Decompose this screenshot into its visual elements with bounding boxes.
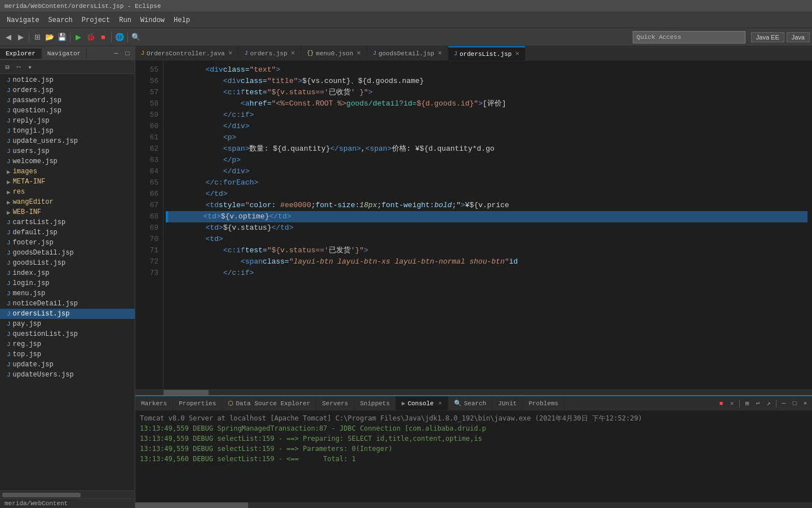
- tree-item-top[interactable]: Jtop.jsp: [0, 349, 135, 360]
- tree-item-question-list[interactable]: JquestionList.jsp: [0, 329, 135, 339]
- panel-maximize-btn[interactable]: □: [122, 49, 133, 59]
- console-scroll-lock-btn[interactable]: ⊞: [743, 399, 752, 408]
- tree-item-pay[interactable]: Jpay.jsp: [0, 319, 135, 329]
- code-editor[interactable]: 55 56 57 58 59 60 61 62 63 64 65 66 67 6…: [135, 61, 812, 389]
- tab-close-goods-detail[interactable]: ×: [438, 49, 442, 58]
- bottom-tab-properties[interactable]: Properties: [173, 396, 222, 410]
- bottom-hscroll[interactable]: [135, 502, 812, 508]
- tree-item-carts-list[interactable]: JcartsList.jsp: [0, 217, 135, 227]
- tree-item-orders-list[interactable]: JordersList.jsp: [0, 309, 135, 319]
- toolbar-sep-4: [127, 32, 128, 42]
- code-hscroll[interactable]: [135, 389, 812, 395]
- toolbar-external-btn[interactable]: 🌐: [113, 31, 126, 43]
- side-panel-vscroll[interactable]: [0, 491, 135, 498]
- tree-item-update[interactable]: Jupdate.jsp: [0, 360, 135, 370]
- java-btn[interactable]: Java: [787, 32, 810, 42]
- tree-item-default[interactable]: Jdefault.jsp: [0, 227, 135, 238]
- tab-close-menu0-json[interactable]: ×: [356, 49, 361, 58]
- tree-item-update-users[interactable]: Jupdate_users.jsp: [0, 136, 135, 146]
- tree-item-res[interactable]: ▶res: [0, 187, 135, 197]
- menu-search[interactable]: Search: [44, 14, 77, 27]
- tab-icon-orders-jsp: J: [244, 50, 248, 56]
- tree-item-update-users2[interactable]: JupdateUsers.jsp: [0, 370, 135, 380]
- tree-item-welcome[interactable]: Jwelcome.jsp: [0, 156, 135, 167]
- bottom-tab-problems[interactable]: Problems: [523, 396, 564, 410]
- tree-item-password[interactable]: Jpassword.jsp: [0, 95, 135, 106]
- toolbar-back-btn[interactable]: ◀: [2, 31, 15, 43]
- tab-menu0-json[interactable]: {} menu0.json ×: [301, 46, 367, 60]
- tab-close-orders-jsp[interactable]: ×: [290, 49, 295, 58]
- console-close-btn[interactable]: ×: [801, 399, 810, 408]
- code-line-66: </td>: [168, 189, 807, 200]
- link-with-editor-btn[interactable]: ↔: [14, 62, 24, 72]
- bottom-tab-junit[interactable]: JUnit: [492, 396, 523, 410]
- toolbar-new-btn[interactable]: ⊞: [31, 31, 43, 43]
- toolbar-save-btn[interactable]: 💾: [56, 31, 68, 43]
- tree-item-reg[interactable]: Jreg.jsp: [0, 339, 135, 349]
- tree-item-goods-detail[interactable]: JgoodsDetail.jsp: [0, 248, 135, 258]
- tab-goods-detail[interactable]: J goodsDetail.jsp ×: [367, 46, 448, 60]
- tab-close-orders-controller[interactable]: ×: [228, 49, 233, 58]
- tree-item-users[interactable]: Jusers.jsp: [0, 146, 135, 156]
- bottom-tab-console-close[interactable]: ×: [438, 400, 442, 407]
- tab-orders-list[interactable]: J ordersList.jsp ×: [448, 46, 526, 60]
- menu-project[interactable]: Project: [77, 14, 114, 27]
- toolbar-search-btn[interactable]: 🔍: [130, 31, 142, 43]
- toolbar-run-btn[interactable]: ▶: [72, 31, 85, 43]
- quick-access-input[interactable]: Quick Access: [633, 31, 745, 43]
- collapse-all-btn[interactable]: ⊟: [2, 62, 12, 72]
- file-icon-goods-detail: J: [7, 249, 11, 256]
- console-clear-btn[interactable]: ■: [717, 399, 726, 408]
- panel-menu-btn[interactable]: ▾: [25, 62, 35, 72]
- tree-item-menu[interactable]: Jmenu.jsp: [0, 288, 135, 299]
- toolbar-open-btn[interactable]: 📂: [43, 31, 56, 43]
- code-content[interactable]: <div class="text"> <div class="title">${…: [164, 61, 812, 389]
- console-maximize-btn[interactable]: □: [790, 399, 799, 408]
- tree-item-footer[interactable]: Jfooter.jsp: [0, 238, 135, 248]
- bottom-tab-servers[interactable]: Servers: [316, 396, 354, 410]
- code-line-70: <td>: [168, 234, 807, 245]
- side-tab-explorer[interactable]: Explorer: [0, 49, 42, 59]
- tree-item-orders[interactable]: Jorders.jsp: [0, 85, 135, 95]
- console-minimize-btn[interactable]: ─: [779, 399, 788, 408]
- tree-item-goods-list[interactable]: JgoodsList.jsp: [0, 258, 135, 268]
- tab-label-orders-controller: OrdersController.java: [147, 50, 225, 57]
- code-line-61: <p>: [168, 132, 807, 143]
- tree-item-web-inf[interactable]: ▶WEB-INF: [0, 207, 135, 217]
- bottom-tab-markers[interactable]: Markers: [135, 396, 173, 410]
- tree-item-question[interactable]: Jquestion.jsp: [0, 106, 135, 116]
- menu-navigate[interactable]: Navigate: [2, 14, 44, 27]
- tab-orders-controller[interactable]: J OrdersController.java ×: [135, 46, 239, 60]
- tree-item-notice-detail[interactable]: JnoticeDetail.jsp: [0, 299, 135, 309]
- panel-minimize-btn[interactable]: ─: [111, 49, 121, 59]
- tree-item-meta-inf[interactable]: ▶META-INF: [0, 177, 135, 187]
- bottom-tab-console[interactable]: ▶ Console ×: [396, 396, 448, 410]
- bottom-tab-search[interactable]: 🔍 Search: [448, 396, 493, 410]
- tree-item-tongji[interactable]: Jtongji.jsp: [0, 126, 135, 136]
- tree-item-login[interactable]: Jlogin.jsp: [0, 278, 135, 288]
- menu-window[interactable]: Window: [136, 14, 169, 27]
- tree-item-index[interactable]: Jindex.jsp: [0, 268, 135, 278]
- bottom-tab-snippets[interactable]: Snippets: [354, 396, 396, 410]
- toolbar-stop-btn[interactable]: ■: [97, 31, 109, 43]
- tree-item-images[interactable]: ▶images: [0, 167, 135, 177]
- toolbar-debug-btn[interactable]: 🐞: [85, 31, 97, 43]
- tab-close-orders-list[interactable]: ×: [515, 50, 519, 58]
- tree-item-wang-editor[interactable]: ▶wangEditor: [0, 197, 135, 207]
- console-stop-btn[interactable]: ✕: [727, 399, 736, 408]
- tab-orders-jsp[interactable]: J orders.jsp ×: [239, 46, 301, 60]
- menu-help[interactable]: Help: [169, 14, 195, 27]
- line-numbers: 55 56 57 58 59 60 61 62 63 64 65 66 67 6…: [135, 61, 164, 389]
- bottom-hscroll-thumb[interactable]: [135, 502, 248, 508]
- menu-run[interactable]: Run: [114, 14, 136, 27]
- tree-item-reply[interactable]: Jreply.jsp: [0, 116, 135, 126]
- java-ee-btn[interactable]: Java EE: [751, 32, 784, 42]
- toolbar-forward-btn[interactable]: ▶: [15, 31, 27, 43]
- bottom-tab-data-source[interactable]: ⬡ Data Source Explorer: [222, 396, 316, 410]
- tree-item-notice[interactable]: Jnotice.jsp: [0, 75, 135, 85]
- console-open-console-btn[interactable]: ↗: [764, 399, 773, 408]
- file-icon-top: J: [7, 351, 11, 358]
- side-tab-navigator[interactable]: Navigator: [42, 49, 87, 59]
- bottom-tab-data-source-icon: ⬡: [228, 400, 233, 407]
- console-word-wrap-btn[interactable]: ↩: [753, 399, 762, 408]
